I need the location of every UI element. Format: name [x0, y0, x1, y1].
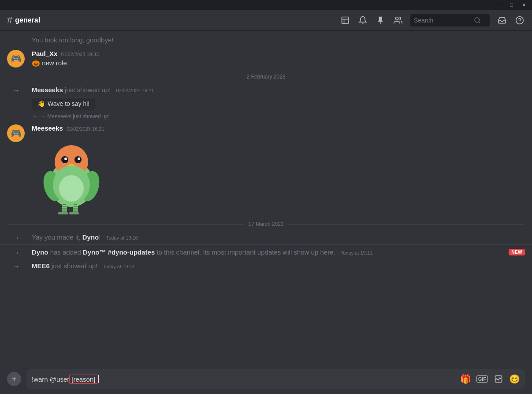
sticker-icon[interactable]: [493, 374, 504, 384]
input-bar: + !warn @user [reason] 🎁 GIF 😊: [0, 364, 532, 394]
minimize-button[interactable]: ─: [495, 1, 504, 8]
input-text: !warn @user: [32, 375, 69, 383]
system-message: → Dyno has added Dyno™ #dyno-updates to …: [0, 244, 532, 259]
join-arrow-icon: →: [7, 262, 25, 271]
join-arrow-icon: →: [7, 86, 25, 95]
mention: MEE6: [32, 262, 50, 270]
reply-indicator: → → Meeseeks just showed up!: [32, 112, 532, 122]
message-content: Paul_Xx 01/02/2023 19:33 🎃 new role: [32, 50, 525, 68]
members-list-icon[interactable]: [393, 15, 403, 26]
system-content: MEE6 just showed up! Today at 19:44: [32, 261, 525, 270]
message-input[interactable]: !warn @user [reason]: [32, 375, 457, 384]
search-bar[interactable]: [410, 14, 490, 26]
notifications-icon[interactable]: [357, 15, 368, 26]
date-text: 17 March 2023: [248, 221, 283, 227]
svg-rect-27: [62, 210, 67, 212]
system-text: Meeseeks just showed up! 02/02/2023 16:2…: [32, 85, 525, 94]
date-text: 2 February 2023: [246, 74, 285, 80]
emoji-icon[interactable]: 😊: [509, 374, 520, 384]
svg-rect-0: [342, 17, 349, 23]
system-message: → MEE6 just showed up! Today at 19:44: [0, 259, 532, 273]
system-rest: to this channel. Its most important upda…: [155, 248, 335, 256]
system-message: → Meeseeks just showed up! 02/02/2023 16…: [0, 83, 532, 112]
svg-rect-26: [62, 208, 67, 210]
mention: Meeseeks: [32, 86, 63, 94]
svg-rect-21: [58, 212, 68, 214]
svg-rect-25: [62, 206, 67, 207]
new-badge: NEW: [509, 249, 525, 255]
messages-area: You took too long, goodbye! 🎮 Paul_Xx 01…: [0, 31, 532, 364]
username: Paul_Xx: [32, 50, 57, 57]
parrot-svg: [32, 135, 102, 215]
search-input[interactable]: [414, 17, 471, 24]
channel-name: general: [15, 16, 40, 24]
svg-rect-29: [73, 208, 78, 210]
system-message: → Yay you made it, Dyno! Today at 19:10: [0, 231, 532, 244]
search-icon: [474, 17, 481, 24]
bot-name: Dyno: [32, 248, 48, 256]
message-header: Paul_Xx 01/02/2023 19:33: [32, 50, 525, 57]
reply-arrow-icon: →: [32, 113, 38, 120]
close-button[interactable]: ✕: [519, 1, 528, 9]
username: Meeseeks: [32, 124, 63, 132]
system-content: Meeseeks just showed up! 02/02/2023 16:2…: [32, 85, 525, 110]
add-icon: +: [11, 374, 17, 384]
system-text: MEE6 just showed up! Today at 19:44: [32, 262, 135, 270]
system-suffix: just showed up!: [63, 86, 111, 94]
timestamp: 02/02/2023 16:21: [116, 88, 154, 93]
svg-rect-28: [73, 206, 78, 207]
bot-name: Dyno: [82, 233, 99, 241]
pinned-messages-icon[interactable]: [375, 15, 386, 26]
add-button[interactable]: +: [7, 372, 21, 386]
svg-point-3: [395, 17, 398, 20]
channel-name-display: # general: [7, 15, 40, 26]
header-icons: [340, 14, 525, 26]
truncated-message: You took too long, goodbye!: [0, 34, 532, 47]
system-content: Yay you made it, Dyno! Today at 19:10: [32, 233, 525, 242]
join-arrow-icon: →: [7, 248, 25, 258]
gift-icon[interactable]: 🎁: [461, 374, 471, 384]
wave-button[interactable]: 👋 Wave to say hi!: [32, 97, 95, 110]
svg-line-5: [479, 22, 480, 23]
hash-icon: #: [7, 15, 12, 26]
system-suffix: just showed up!: [50, 262, 97, 270]
wave-emoji: 👋: [37, 100, 45, 107]
reply-text: → Meeseeks just showed up!: [41, 113, 110, 120]
message-input-wrap[interactable]: !warn @user [reason] 🎁 GIF 😊: [26, 369, 525, 389]
timestamp: 01/02/2023 19:33: [61, 52, 99, 57]
inbox-icon[interactable]: [497, 15, 507, 26]
system-prefix: Yay you made it,: [32, 233, 82, 241]
parrot-image: [32, 135, 102, 215]
timestamp: Today at 19:44: [103, 264, 134, 269]
system-content: Dyno has added Dyno™ #dyno-updates to th…: [32, 248, 525, 257]
title-bar: ─ □ ✕: [0, 0, 532, 10]
message-group: 🎮 Paul_Xx 01/02/2023 19:33 🎃 new role: [0, 48, 532, 69]
avatar: 🎮: [7, 124, 25, 142]
wave-label: Wave to say hi!: [48, 100, 89, 107]
maximize-button[interactable]: □: [507, 1, 516, 8]
avatar: 🎮: [7, 50, 25, 68]
svg-point-13: [78, 158, 80, 160]
system-suffix: !: [99, 233, 100, 241]
svg-point-11: [64, 158, 67, 160]
svg-point-4: [475, 18, 480, 23]
svg-rect-22: [69, 212, 79, 214]
message-header: Meeseeks 02/02/2023 16:21: [32, 124, 525, 132]
timestamp: 02/02/2023 16:21: [67, 126, 104, 131]
message-group: 🎮 Meeseeks 02/02/2023 16:21: [0, 123, 532, 217]
system-text: Dyno has added Dyno™ #dyno-updates to th…: [32, 248, 372, 257]
channel-header: # general: [0, 10, 532, 31]
cursor: [98, 375, 99, 383]
input-reason: [reason]: [69, 375, 97, 384]
help-icon[interactable]: [514, 15, 525, 26]
svg-rect-30: [73, 210, 78, 212]
gif-button[interactable]: GIF: [476, 375, 488, 383]
date-divider: 2 February 2023: [0, 70, 532, 83]
message-content: Meeseeks 02/02/2023 16:21: [32, 124, 525, 215]
input-icons: 🎁 GIF 😊: [461, 374, 520, 384]
channel-threads-icon[interactable]: [340, 15, 350, 26]
system-verb: has added: [48, 248, 83, 256]
join-arrow-icon: →: [7, 233, 25, 243]
timestamp: Today at 19:10: [106, 235, 138, 240]
system-text: Yay you made it, Dyno! Today at 19:10: [32, 233, 138, 241]
